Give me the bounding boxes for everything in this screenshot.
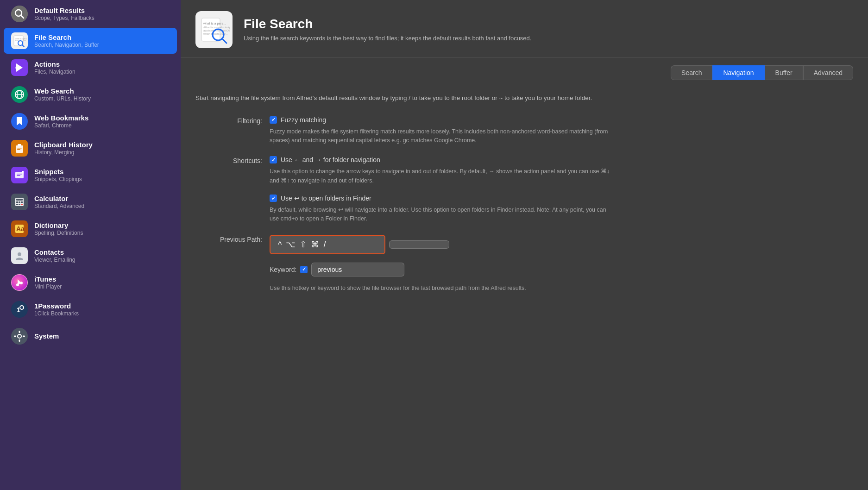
itunes-subtitle: Mini Player: [34, 283, 62, 290]
keyword-row: Keyword:: [270, 263, 853, 276]
file-search-subtitle: Search, Navigation, Buffer: [34, 42, 99, 48]
shortcut2-desc: By default, while browsing ↩ will naviga…: [270, 206, 612, 224]
clipboard-icon: [11, 140, 28, 157]
shortcut1-inline: Use ← and → for folder navigation: [270, 156, 853, 163]
previous-path-content: ^ ⌥ ⇧ ⌘ / Keyword: Use this hotkey or ke…: [270, 235, 853, 293]
web-bookmarks-text: Web Bookmarks Safari, Chrome: [34, 114, 88, 129]
svg-rect-27: [19, 201, 20, 203]
sidebar-item-system[interactable]: System: [4, 323, 177, 349]
shortcuts-label: Shortcuts:: [195, 156, 270, 164]
sidebar-item-file-search[interactable]: what is a pers... Alfred is a pers... Fi…: [4, 28, 177, 54]
svg-point-0: [11, 6, 28, 22]
itunes-text: iTunes Mini Player: [34, 275, 62, 290]
tab-buffer[interactable]: Buffer: [765, 65, 803, 80]
file-search-title: File Search: [34, 33, 99, 41]
svg-text:Alfred is a productivity...: Alfred is a productivity...: [203, 26, 230, 29]
svg-rect-46: [19, 339, 20, 342]
sidebar-item-web-bookmarks[interactable]: Web Bookmarks Safari, Chrome: [4, 108, 177, 134]
sidebar-item-itunes[interactable]: iTunes Mini Player: [4, 270, 177, 295]
svg-rect-28: [21, 201, 23, 203]
sidebar-item-1password[interactable]: 1 1Password 1Click Bookmarks: [4, 296, 177, 322]
web-search-subtitle: Custom, URLs, History: [34, 95, 91, 102]
keyword-label-text: Keyword:: [270, 266, 296, 273]
filtering-checkbox[interactable]: [270, 116, 277, 124]
web-bookmarks-subtitle: Safari, Chrome: [34, 122, 88, 129]
header-text-block: File Search Using the file search keywor…: [244, 17, 531, 43]
sidebar-item-calculator[interactable]: Calculator Standard, Advanced: [4, 189, 177, 215]
sidebar-item-clipboard[interactable]: Clipboard History History, Merging: [4, 135, 177, 161]
svg-point-34: [18, 252, 21, 256]
shortcut2-label: Use ↩ to open folders in Finder: [281, 195, 371, 202]
svg-rect-48: [23, 336, 25, 337]
shortcuts-content: Use ← and → for folder navigation Use th…: [270, 156, 853, 224]
dictionary-title: Dictionary: [34, 221, 83, 229]
svg-rect-29: [16, 204, 18, 205]
page-description: Using the file search keywords is the be…: [244, 34, 531, 43]
file-search-icon: what is a pers... Alfred is a pers...: [11, 32, 28, 49]
svg-point-37: [16, 283, 19, 286]
tab-navigation[interactable]: Navigation: [712, 65, 764, 80]
tab-search[interactable]: Search: [671, 65, 712, 80]
sidebar-item-default-results[interactable]: Default Results Scope, Types, Fallbacks: [4, 1, 177, 27]
default-results-icon: [11, 6, 28, 22]
main-content: what is a pers... Alfred is a productivi…: [181, 0, 868, 490]
clipboard-text: Clipboard History History, Merging: [34, 141, 93, 156]
tabs-bar: Search Navigation Buffer Advanced: [181, 58, 868, 80]
sidebar-item-dictionary[interactable]: Aa Dictionary Spelling, Definitions: [4, 216, 177, 242]
snippets-text: Snippets Snippets, Clippings: [34, 168, 82, 182]
svg-point-38: [20, 282, 23, 284]
shortcut2-checkbox[interactable]: [270, 195, 277, 202]
actions-title: Actions: [34, 60, 75, 68]
keyword-input[interactable]: [311, 263, 404, 276]
svg-rect-45: [19, 331, 20, 333]
filtering-label: Filtering:: [195, 116, 270, 125]
dictionary-icon: Aa: [11, 220, 28, 237]
sidebar-item-snippets[interactable]: Snippets Snippets, Clippings: [4, 162, 177, 188]
itunes-title: iTunes: [34, 275, 62, 283]
hotkey-secondary-input[interactable]: [389, 240, 449, 249]
svg-rect-20: [17, 149, 20, 150]
web-search-text: Web Search Custom, URLs, History: [34, 87, 91, 102]
svg-text:what is a pers...: what is a pers...: [203, 22, 226, 25]
filtering-checkbox-label: Fuzzy matching: [281, 116, 326, 124]
hotkey-primary-input[interactable]: ^ ⌥ ⇧ ⌘ /: [270, 235, 385, 254]
svg-point-44: [18, 335, 21, 338]
keyword-desc: Use this hotkey or keyword to show the f…: [270, 284, 612, 293]
dictionary-text: Dictionary Spelling, Definitions: [34, 221, 83, 236]
actions-text: Actions Files, Navigation: [34, 60, 75, 75]
shortcut1-label: Use ← and → for folder navigation: [281, 156, 380, 163]
contacts-subtitle: Viewer, Emailing: [34, 257, 75, 263]
file-search-header-icon: what is a pers... Alfred is a productivi…: [195, 11, 233, 48]
default-results-subtitle: Scope, Types, Fallbacks: [34, 15, 94, 21]
svg-rect-18: [18, 144, 21, 146]
shortcut2-setting: Use ↩ to open folders in Finder By defau…: [270, 195, 853, 224]
calculator-title: Calculator: [34, 195, 84, 202]
sidebar: Default Results Scope, Types, Fallbacks …: [0, 0, 181, 490]
dictionary-subtitle: Spelling, Definitions: [34, 230, 83, 236]
snippets-title: Snippets: [34, 168, 82, 176]
1password-subtitle: 1Click Bookmarks: [34, 310, 79, 317]
shortcut1-checkbox[interactable]: [270, 156, 277, 163]
file-search-text: File Search Search, Navigation, Buffer: [34, 33, 99, 48]
sidebar-item-actions[interactable]: Actions Files, Navigation: [4, 55, 177, 81]
contacts-text: Contacts Viewer, Emailing: [34, 248, 75, 263]
shortcuts-row: Shortcuts: Use ← and → for folder naviga…: [195, 156, 853, 224]
system-text: System: [34, 332, 59, 340]
calculator-text: Calculator Standard, Advanced: [34, 195, 84, 209]
hotkey-inputs: ^ ⌥ ⇧ ⌘ /: [270, 235, 853, 254]
keyword-checkbox[interactable]: [300, 266, 308, 273]
previous-path-label: Previous Path:: [195, 235, 270, 243]
sidebar-item-contacts[interactable]: Contacts Viewer, Emailing: [4, 243, 177, 269]
tab-advanced[interactable]: Advanced: [803, 65, 853, 80]
1password-text: 1Password 1Click Bookmarks: [34, 302, 79, 317]
snippets-subtitle: Snippets, Clippings: [34, 176, 82, 182]
default-results-title: Default Results: [34, 6, 94, 14]
svg-rect-26: [16, 201, 18, 203]
shortcut2-inline: Use ↩ to open folders in Finder: [270, 195, 853, 202]
svg-text:Aa: Aa: [16, 225, 25, 232]
svg-rect-47: [14, 336, 16, 337]
actions-subtitle: Files, Navigation: [34, 69, 75, 75]
sidebar-item-web-search[interactable]: Web Search Custom, URLs, History: [4, 82, 177, 107]
web-search-title: Web Search: [34, 87, 91, 95]
svg-rect-19: [17, 148, 22, 149]
